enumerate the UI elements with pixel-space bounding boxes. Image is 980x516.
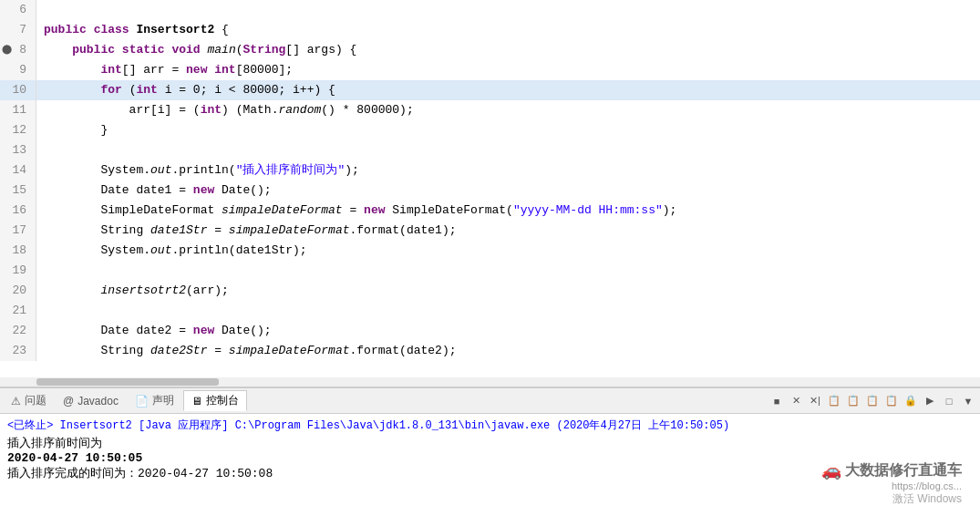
code-lines: 6 7 public class Insertsort2 { 8⬤ public…	[0, 0, 980, 361]
stop-button[interactable]: ■	[769, 393, 785, 409]
line-content-15: Date date1 = new Date();	[36, 181, 980, 201]
copy-button[interactable]: 📋	[826, 393, 842, 409]
line-number-12: 12	[0, 120, 36, 140]
line-number-21: 21	[0, 301, 36, 321]
console-panel: ⚠ 问题 @ Javadoc 📄 声明 🖥 控制台 ■ ✕ ✕| 📋 📋 📋 📋…	[0, 387, 980, 516]
watermark-car-icon: 🚗	[821, 460, 841, 480]
line-content-22: Date date2 = new Date();	[36, 321, 980, 341]
line-number-6: 6	[0, 0, 36, 20]
code-line-9: 9 int[] arr = new int[80000];	[0, 60, 980, 80]
line-number-15: 15	[0, 181, 36, 201]
code-line-17: 17 String date1Str = simpaleDateFormat.f…	[0, 221, 980, 241]
line-content-8: public static void main(String[] args) {	[36, 40, 980, 60]
line-number-18: 18	[0, 241, 36, 261]
watermark: 🚗 大数据修行直通车 https://blog.cs... 激活 Windows	[821, 460, 962, 507]
line-content-17: String date1Str = simpaleDateFormat.form…	[36, 221, 980, 241]
scroll-thumb[interactable]	[36, 378, 219, 386]
line-content-16: SimpleDateFormat simpaleDateFormat = new…	[36, 201, 980, 221]
problems-icon: ⚠	[11, 395, 21, 408]
code-line-23: 23 String date2Str = simpaleDateFormat.f…	[0, 341, 980, 361]
line-number-9: 9	[0, 60, 36, 80]
code-line-12: 12 }	[0, 120, 980, 140]
code-editor: 6 7 public class Insertsort2 { 8⬤ public…	[0, 0, 980, 387]
line-content-20: insertsotrt2(arr);	[36, 281, 980, 301]
code-line-19: 19	[0, 261, 980, 281]
watermark-title-text: 大数据修行直通车	[845, 461, 962, 480]
code-line-8: 8⬤ public static void main(String[] args…	[0, 40, 980, 60]
code-line-14: 14 System.out.println("插入排序前时间为");	[0, 160, 980, 181]
tab-problems-label: 问题	[25, 393, 46, 408]
code-line-7: 7 public class Insertsort2 {	[0, 20, 980, 40]
line-content-11: arr[i] = (int) (Math.random() * 800000);	[36, 100, 980, 120]
console-icon: 🖥	[191, 395, 202, 408]
tab-javadoc[interactable]: @ Javadoc	[56, 393, 126, 409]
code-line-21: 21	[0, 301, 980, 321]
line-number-13: 13	[0, 140, 36, 160]
javadoc-icon: @	[63, 395, 74, 408]
line-content-18: System.out.println(date1Str);	[36, 241, 980, 261]
code-line-20: 20 insertsotrt2(arr);	[0, 281, 980, 301]
tab-console-label: 控制台	[206, 393, 239, 408]
tab-problems[interactable]: ⚠ 问题	[4, 391, 54, 410]
code-line-11: 11 arr[i] = (int) (Math.random() * 80000…	[0, 100, 980, 120]
line-number-19: 19	[0, 261, 36, 281]
clear-button[interactable]: ✕|	[807, 393, 823, 409]
line-content-9: int[] arr = new int[80000];	[36, 60, 980, 80]
watermark-title-row: 🚗 大数据修行直通车	[821, 460, 962, 480]
tab-javadoc-label: Javadoc	[77, 395, 119, 408]
line-content-14: System.out.println("插入排序前时间为");	[36, 160, 980, 181]
line-number-11: 11	[0, 100, 36, 120]
line-number-14: 14	[0, 160, 36, 181]
find-button[interactable]: 📋	[883, 393, 900, 409]
line-number-16: 16	[0, 201, 36, 221]
watermark-url: https://blog.cs...	[892, 480, 962, 491]
code-line-13: 13	[0, 140, 980, 160]
console-toolbar: ⚠ 问题 @ Javadoc 📄 声明 🖥 控制台 ■ ✕ ✕| 📋 📋 📋 📋…	[0, 388, 980, 414]
line-number-23: 23	[0, 341, 36, 361]
line-number-8: 8⬤	[0, 40, 36, 60]
code-line-16: 16 SimpleDateFormat simpaleDateFormat = …	[0, 201, 980, 221]
line-content-23: String date2Str = simpaleDateFormat.form…	[36, 341, 980, 361]
paste-button[interactable]: 📋	[845, 393, 861, 409]
line-content-7: public class Insertsort2 {	[36, 20, 980, 40]
code-line-22: 22 Date date2 = new Date();	[0, 321, 980, 341]
tab-declaration-label: 声明	[152, 393, 174, 408]
output-line-1: 插入排序前时间为	[7, 435, 973, 451]
run-button[interactable]: ▶	[922, 393, 938, 409]
maximize-button[interactable]: □	[941, 393, 957, 409]
view-menu-button[interactable]: ▼	[960, 393, 976, 409]
code-line-15: 15 Date date1 = new Date();	[0, 181, 980, 201]
horizontal-scrollbar[interactable]	[0, 377, 980, 387]
select-all-button[interactable]: 📋	[864, 393, 881, 409]
declaration-icon: 📄	[135, 395, 149, 408]
close-console-button[interactable]: ✕	[788, 393, 804, 409]
tab-console[interactable]: 🖥 控制台	[183, 390, 247, 411]
code-line-6: 6	[0, 0, 980, 20]
tab-declaration[interactable]: 📄 声明	[128, 391, 181, 410]
code-line-18: 18 System.out.println(date1Str);	[0, 241, 980, 261]
console-path: <已终止> Insertsort2 [Java 应用程序] C:\Program…	[7, 418, 973, 433]
code-line-10: 10 for (int i = 0; i < 80000; i++) {	[0, 80, 980, 100]
line-number-17: 17	[0, 221, 36, 241]
line-number-20: 20	[0, 281, 36, 301]
console-toolbar-right: ■ ✕ ✕| 📋 📋 📋 📋 🔒 ▶ □ ▼	[769, 393, 976, 409]
line-content-12: }	[36, 120, 980, 140]
line-number-10: 10	[0, 80, 36, 100]
watermark-activate: 激活 Windows	[892, 491, 962, 507]
line-content-10: for (int i = 0; i < 80000; i++) {	[36, 80, 980, 100]
line-number-7: 7	[0, 20, 36, 40]
scroll-lock-button[interactable]: 🔒	[903, 393, 919, 409]
line-number-22: 22	[0, 321, 36, 341]
